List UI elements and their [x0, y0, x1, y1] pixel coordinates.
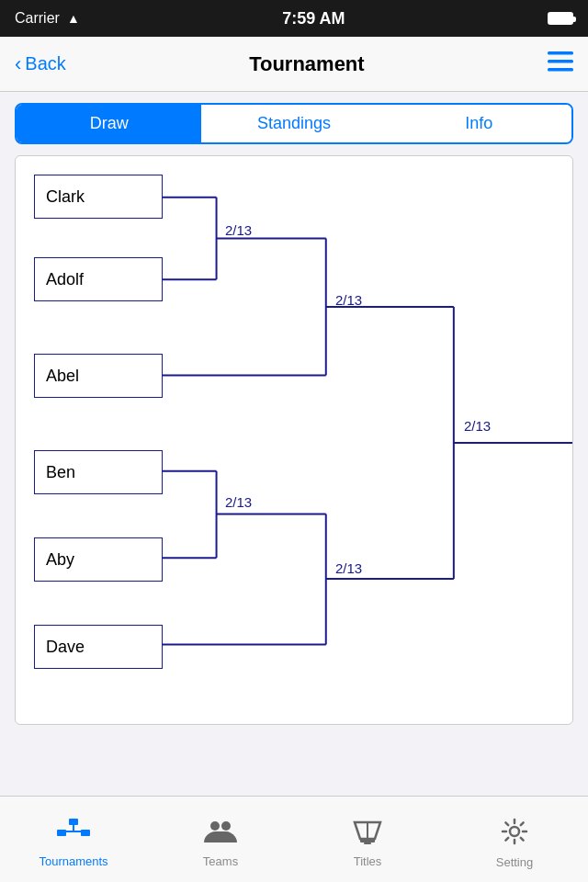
- menu-button[interactable]: [548, 51, 573, 77]
- team-ben[interactable]: Ben: [34, 450, 163, 494]
- svg-point-25: [221, 821, 231, 831]
- status-bar-right: [548, 12, 573, 25]
- bottom-tab-tournaments[interactable]: Tournaments: [0, 811, 147, 868]
- teams-icon: [204, 819, 237, 851]
- wifi-icon: ▲: [67, 11, 80, 26]
- match-date-4: 2/13: [335, 560, 362, 576]
- status-bar-time: 7:59 AM: [282, 9, 345, 28]
- svg-rect-0: [548, 51, 573, 55]
- bottom-tab-teams[interactable]: Teams: [147, 811, 294, 868]
- carrier-label: Carrier: [15, 10, 60, 27]
- tournaments-label: Tournaments: [39, 854, 107, 868]
- tournaments-icon: [57, 819, 90, 851]
- svg-rect-19: [69, 819, 78, 825]
- nav-bar: ‹ Back Tournament: [0, 37, 588, 92]
- status-bar: Carrier ▲ 7:59 AM: [0, 0, 588, 37]
- titles-icon: [351, 819, 384, 851]
- bottom-tab-bar: Tournaments Teams Titles: [0, 796, 588, 882]
- team-clark[interactable]: Clark: [34, 175, 163, 219]
- titles-label: Titles: [354, 854, 382, 868]
- chevron-left-icon: ‹: [15, 52, 21, 76]
- match-date-2: 2/13: [335, 292, 362, 308]
- svg-point-29: [510, 827, 519, 836]
- battery-icon: [548, 12, 573, 25]
- team-abel[interactable]: Abel: [34, 354, 163, 398]
- teams-label: Teams: [203, 854, 238, 868]
- tabs-container: Draw Standings Info: [15, 103, 573, 144]
- svg-rect-2: [548, 68, 573, 72]
- hamburger-icon: [548, 51, 573, 72]
- svg-rect-26: [360, 839, 375, 842]
- svg-rect-27: [364, 842, 371, 844]
- svg-point-24: [210, 821, 220, 831]
- setting-icon: [501, 818, 528, 852]
- svg-rect-1: [548, 60, 573, 63]
- page-title: Tournament: [249, 52, 364, 76]
- back-label: Back: [25, 53, 65, 74]
- setting-label: Setting: [496, 855, 533, 869]
- status-bar-left: Carrier ▲: [15, 10, 80, 27]
- bottom-tab-setting[interactable]: Setting: [441, 810, 588, 869]
- team-dave[interactable]: Dave: [34, 625, 163, 669]
- bottom-tab-titles[interactable]: Titles: [294, 811, 441, 868]
- top-tabs: Draw Standings Info: [0, 92, 588, 155]
- back-button[interactable]: ‹ Back: [15, 52, 66, 76]
- team-adolf[interactable]: Adolf: [34, 257, 163, 301]
- match-date-1: 2/13: [225, 222, 252, 238]
- match-date-5: 2/13: [464, 418, 491, 434]
- match-date-3: 2/13: [225, 494, 252, 510]
- tab-standings[interactable]: Standings: [201, 105, 386, 142]
- tab-draw[interactable]: Draw: [17, 105, 201, 142]
- bracket-container: Clark Adolf Abel Ben Aby Dave 2/13 2/13 …: [15, 155, 573, 725]
- team-aby[interactable]: Aby: [34, 537, 163, 582]
- tab-info[interactable]: Info: [387, 105, 571, 142]
